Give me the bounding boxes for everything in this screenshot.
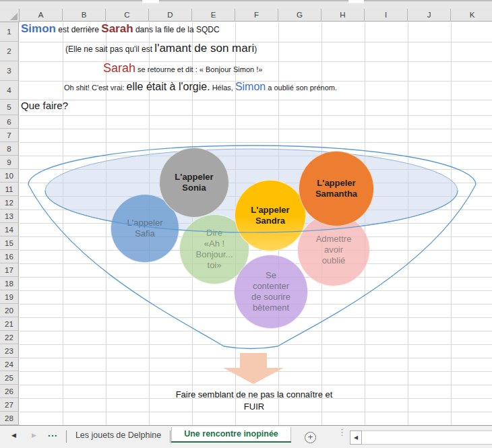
hscroll-track[interactable] — [362, 430, 492, 445]
bubble-label: L'appeler Safia — [127, 218, 162, 239]
bubble-label: Se contenter de sourire bêtement — [251, 270, 290, 313]
tab-separator — [170, 430, 171, 443]
strip-line — [364, 0, 492, 1]
column-header-C[interactable]: C — [106, 9, 149, 22]
plus-icon: + — [308, 432, 313, 442]
column-header-K[interactable]: K — [451, 9, 492, 22]
column-header-B[interactable]: B — [63, 9, 106, 22]
row-header-3[interactable]: 3 — [0, 61, 19, 81]
row-header-18[interactable]: 18 — [0, 277, 19, 290]
sheet-nav-left-icon[interactable]: ◀ — [11, 432, 16, 439]
sheet-overflow-button[interactable]: ... — [48, 428, 58, 439]
top-strip — [0, 0, 492, 9]
cell-text-row3: Sarah se retourne et dit : « Bonjour Sim… — [103, 61, 262, 81]
sheet-tab-une-rencontre-inopinee-active[interactable]: Une rencontre inopinée — [171, 427, 291, 441]
column-header-D[interactable]: D — [149, 9, 192, 22]
hscroll-left-button[interactable]: ◀ — [350, 430, 362, 445]
row-header-21[interactable]: 21 — [0, 317, 19, 331]
sheet-tab-les-jouets-de-delphine[interactable]: Les jouets de Delphine — [67, 428, 170, 443]
row-header-16[interactable]: 16 — [0, 250, 19, 263]
cell-text-row5: Que faire? — [21, 100, 68, 115]
active-tab-underline — [171, 441, 291, 443]
cell-text-row1: Simon est derrière Sarah dans la file de… — [21, 22, 220, 42]
row-header-23[interactable]: 23 — [0, 344, 19, 358]
row-header-5[interactable]: 5 — [0, 100, 19, 115]
name-simon: Simon — [235, 81, 266, 93]
cell-text-row2: (Elle ne sait pas qu'il est l'amant de s… — [65, 42, 257, 61]
name-simon: Simon — [21, 22, 56, 36]
excel-window: ABCDEFGHIJK 1234567891011121314151617181… — [0, 0, 492, 448]
row-header-24[interactable]: 24 — [0, 358, 19, 371]
strip-line — [0, 0, 142, 1]
column-header-I[interactable]: I — [365, 9, 408, 22]
row-header-12[interactable]: 12 — [0, 196, 19, 210]
column-header-J[interactable]: J — [408, 9, 451, 22]
row-header-19[interactable]: 19 — [0, 290, 19, 304]
row-header-6[interactable]: 6 — [0, 115, 19, 129]
bubble-label: L'appeler Samantha — [315, 178, 357, 199]
row-header-28[interactable]: 28 — [0, 412, 19, 425]
column-header-A[interactable]: A — [20, 9, 63, 22]
strip-line — [159, 0, 348, 1]
option-bubble-sandra[interactable]: L'appeler Sandra — [235, 180, 306, 251]
row-header-17[interactable]: 17 — [0, 263, 19, 277]
conclusion-text: Faire semblant de ne pas la connaître et… — [155, 389, 353, 413]
row-header-13[interactable]: 13 — [0, 210, 19, 223]
column-header-H[interactable]: H — [321, 9, 365, 22]
column-header-E[interactable]: E — [192, 9, 235, 22]
row-header-7[interactable]: 7 — [0, 129, 19, 142]
row-header-27[interactable]: 27 — [0, 398, 19, 412]
row-header-9[interactable]: 9 — [0, 156, 19, 169]
sheet-tab-bar: ◀ ▶ ... Les jouets de Delphine Une renco… — [0, 425, 492, 448]
row-header-26[interactable]: 26 — [0, 385, 19, 398]
strip-notch — [348, 0, 364, 3]
row-header-2[interactable]: 2 — [0, 42, 19, 61]
row-header-15[interactable]: 15 — [0, 236, 19, 250]
option-bubble-samantha[interactable]: L'appeler Samantha — [299, 151, 374, 226]
add-sheet-button[interactable]: + — [305, 432, 316, 443]
column-headers: ABCDEFGHIJK — [0, 9, 492, 22]
bubble-label: L'appeler Sandra — [251, 205, 289, 226]
option-bubble-sourire[interactable]: Se contenter de sourire bêtement — [234, 255, 308, 329]
name-sarah: Sarah — [103, 61, 135, 75]
row-header-8[interactable]: 8 — [0, 142, 19, 156]
sheet-nav-right-icon[interactable]: ▶ — [32, 432, 36, 439]
option-bubble-sonia[interactable]: L'appeler Sonia — [159, 148, 229, 218]
row-header-10[interactable]: 10 — [0, 169, 19, 183]
row-header-20[interactable]: 20 — [0, 304, 19, 317]
strip-notch — [142, 0, 159, 3]
row-header-11[interactable]: 11 — [0, 183, 19, 196]
row-header-4[interactable]: 4 — [0, 81, 19, 100]
name-sarah: Sarah — [101, 22, 133, 36]
column-header-G[interactable]: G — [278, 9, 321, 22]
column-header-F[interactable]: F — [235, 9, 278, 22]
row-header-22[interactable]: 22 — [0, 331, 19, 344]
row-header-25[interactable]: 25 — [0, 371, 19, 385]
row-header-14[interactable]: 14 — [0, 223, 19, 236]
row-header-1[interactable]: 1 — [0, 22, 19, 42]
down-arrow-icon — [223, 353, 284, 384]
tab-scroll-splitter-icon[interactable]: ⋮ — [338, 430, 343, 435]
cell-text-row4: Oh shit! C'est vrai: elle était à l'orgi… — [64, 81, 337, 100]
bubble-label: Dire «Ah ! Bonjour... toi» — [196, 228, 233, 270]
bubble-label: Admettre avoir oublié — [316, 234, 352, 266]
bubble-label: L'appeler Sonia — [175, 172, 213, 193]
